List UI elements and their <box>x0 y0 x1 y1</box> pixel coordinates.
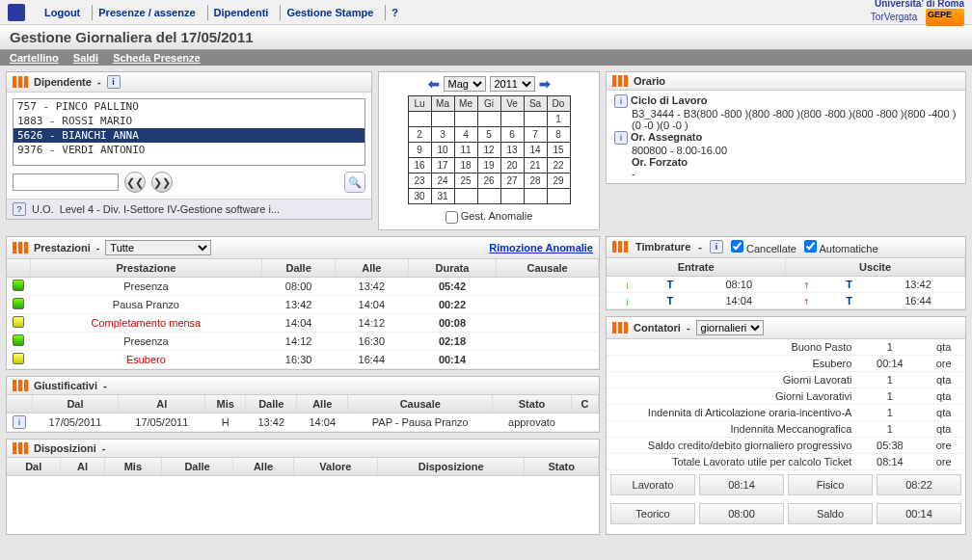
calendar-day[interactable]: 12 <box>477 143 500 158</box>
calendar-day[interactable] <box>408 112 431 127</box>
panel-contatori: Contatori - giornalieri Buono Pasto1qtaE… <box>606 316 966 535</box>
nav-dipendenti[interactable]: Dipendenti <box>207 5 275 20</box>
prestazioni-table: Prestazione Dalle Alle Durata Causale Pr… <box>7 259 599 369</box>
year-select[interactable]: 2011 <box>490 76 535 92</box>
calendar-day[interactable]: 25 <box>454 173 477 189</box>
calendar-day[interactable] <box>500 189 524 204</box>
calendar-day[interactable]: 9 <box>408 143 431 158</box>
calendar-day[interactable]: 1 <box>547 112 570 127</box>
table-row[interactable]: ↓T08:10 ↑T13:42 <box>607 276 965 292</box>
calendar-day[interactable]: 4 <box>454 127 477 143</box>
nav-help[interactable]: ? <box>385 5 404 20</box>
table-row[interactable]: Presenza14:1216:3002:18 <box>7 332 599 350</box>
calendar-day[interactable]: 28 <box>524 173 547 189</box>
employee-search-input[interactable] <box>13 173 119 191</box>
calendar-day[interactable] <box>477 112 500 127</box>
automatiche-checkbox[interactable] <box>804 240 817 253</box>
calendar-day[interactable] <box>454 112 477 127</box>
prev-month-button[interactable]: ⬅ <box>428 76 440 92</box>
table-row[interactable]: Pausa Pranzo13:4214:0400:22 <box>7 295 599 313</box>
calendar-day[interactable]: 14 <box>524 143 547 158</box>
calendar-day[interactable]: 10 <box>431 143 454 158</box>
calendar-day[interactable] <box>524 189 547 204</box>
next-employee-button[interactable]: ❯❯ <box>151 172 173 193</box>
calendar-day[interactable] <box>477 189 500 204</box>
calendar-day[interactable]: 30 <box>408 189 431 204</box>
status-dot-icon <box>13 353 24 364</box>
calendar-day[interactable] <box>431 112 454 127</box>
employee-list-item[interactable]: 9376 - VERDI ANTONIO <box>14 143 364 157</box>
calendar-day[interactable]: 16 <box>408 158 431 173</box>
calendar-day[interactable]: 13 <box>500 143 524 158</box>
cancellate-checkbox[interactable] <box>731 240 743 253</box>
calendar-day[interactable] <box>524 112 547 127</box>
calendar-day[interactable]: 20 <box>500 158 524 173</box>
table-row: Indennita di Articolazione oraria-incent… <box>607 404 965 420</box>
calendar-day[interactable]: 11 <box>454 143 477 158</box>
subtab-scheda[interactable]: Scheda Presenze <box>113 52 201 64</box>
top-nav: Logout Presenze / assenze Dipendenti Ges… <box>0 0 972 25</box>
row-info-icon[interactable]: i <box>13 415 26 429</box>
search-button[interactable]: 🔍 <box>344 172 365 193</box>
calendar-day[interactable]: 18 <box>454 158 477 173</box>
calendar-day[interactable]: 15 <box>547 143 570 158</box>
gest-anomalie-label: Gest. Anomalie <box>461 210 533 222</box>
assegnato-info-icon[interactable]: i <box>614 131 628 145</box>
calendar-day[interactable]: 26 <box>477 173 500 189</box>
nav-logout[interactable]: Logout <box>39 5 86 20</box>
calendar-day[interactable]: 6 <box>500 127 524 143</box>
calendar-day[interactable]: 19 <box>477 158 500 173</box>
calendar-day[interactable]: 7 <box>524 127 547 143</box>
employee-list-item[interactable]: 757 - PINCO PALLINO <box>14 99 364 114</box>
contatori-select[interactable]: giornalieri <box>696 320 764 335</box>
forzato-label: Or. Forzato <box>614 156 958 168</box>
status-dot-icon <box>13 298 24 309</box>
calendar-day[interactable]: 31 <box>431 189 454 204</box>
table-row[interactable]: ↓T14:04 ↑T16:44 <box>607 292 965 308</box>
giustificativi-head: Giustificativi <box>34 380 97 391</box>
prev-employee-button[interactable]: ❮❮ <box>124 172 146 193</box>
brand-line2: TorVergata <box>871 12 917 22</box>
employee-list[interactable]: 757 - PINCO PALLINO1883 - ROSSI MARIO562… <box>13 98 365 166</box>
ciclo-info-icon[interactable]: i <box>614 94 628 108</box>
table-row[interactable]: Presenza08:0013:4205:42 <box>7 277 599 295</box>
next-month-button[interactable]: ➡ <box>539 76 551 92</box>
calendar-day[interactable]: 2 <box>408 127 431 143</box>
calendar-day[interactable] <box>454 189 477 204</box>
calendar-day[interactable]: 23 <box>408 173 431 189</box>
calendar-day[interactable] <box>547 189 570 204</box>
table-row: Saldo credito/debito giornaliero progres… <box>607 437 965 453</box>
employee-list-item[interactable]: 1883 - ROSSI MARIO <box>14 114 364 128</box>
nav-presenze[interactable]: Presenze / assenze <box>92 5 201 20</box>
calendar-day[interactable]: 27 <box>500 173 524 189</box>
subtab-cartellino[interactable]: Cartellino <box>10 52 59 64</box>
info-icon[interactable]: i <box>107 75 121 89</box>
timb-info-icon[interactable]: i <box>710 240 723 253</box>
calendar-day[interactable]: 3 <box>431 127 454 143</box>
page-title: Gestione Giornaliera del 17/05/2011 <box>0 25 972 50</box>
calendar-day[interactable]: 5 <box>477 127 500 143</box>
calendar-day[interactable]: 17 <box>431 158 454 173</box>
panel-calendar: ⬅ Mag 2011 ➡ LuMaMeGiVeSaDo 123456789101… <box>378 71 600 230</box>
gest-anomalie-checkbox[interactable] <box>446 211 458 224</box>
calendar-day[interactable]: 8 <box>547 127 570 143</box>
calendar-day[interactable]: 29 <box>547 173 570 189</box>
calendar-day[interactable]: 24 <box>431 173 454 189</box>
prestazioni-filter[interactable]: Tutte <box>105 240 211 255</box>
calendar-day[interactable]: 21 <box>524 158 547 173</box>
uo-info-icon[interactable]: ? <box>13 202 26 216</box>
prestazioni-head: Prestazioni <box>34 242 91 253</box>
subtab-saldi[interactable]: Saldi <box>73 52 98 64</box>
calendar-grid[interactable]: LuMaMeGiVeSaDo 1234567891011121314151617… <box>408 95 571 204</box>
table-row[interactable]: Completamento mensa14:0414:1200:08 <box>7 313 599 332</box>
calendar-day[interactable] <box>500 112 524 127</box>
employee-list-item[interactable]: 5626 - BIANCHI ANNA <box>14 128 364 143</box>
table-row[interactable]: i 17/05/201117/05/2011H 13:4214:04PAP - … <box>7 413 599 431</box>
month-select[interactable]: Mag <box>444 76 486 92</box>
calendar-day[interactable]: 22 <box>547 158 570 173</box>
entry-arrow-icon: ↓ <box>625 279 631 290</box>
table-row[interactable]: Esubero16:3016:4400:14 <box>7 350 599 368</box>
rimozione-anomalie-link[interactable]: Rimozione Anomalie <box>489 242 593 253</box>
nav-stampe[interactable]: Gestione Stampe <box>280 5 379 20</box>
exit-arrow-icon: ↑ <box>803 279 809 290</box>
